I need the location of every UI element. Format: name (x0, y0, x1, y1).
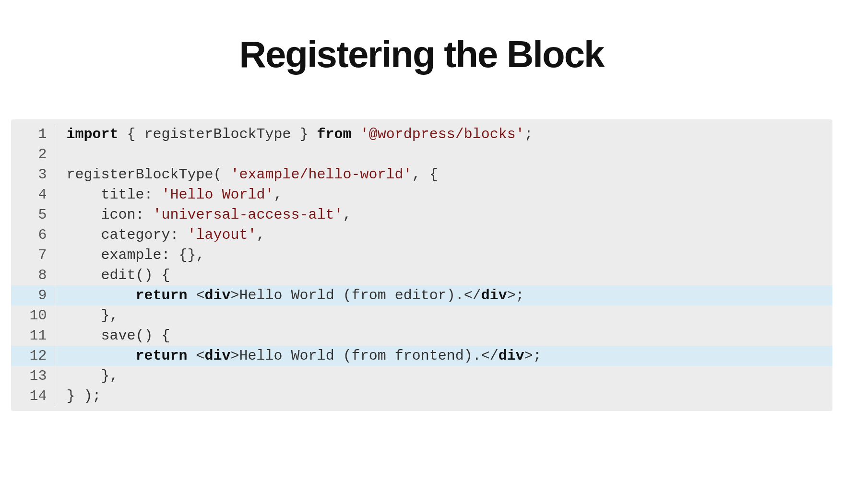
code-content (55, 144, 67, 164)
code-content: return <div>Hello World (from editor).</… (55, 285, 524, 305)
code-content: icon: 'universal-access-alt', (55, 205, 352, 225)
line-number: 3 (11, 164, 55, 185)
code-line: 9 return <div>Hello World (from editor).… (11, 285, 832, 305)
code-token-txt: , { (412, 166, 438, 183)
code-content: example: {}, (55, 245, 205, 265)
code-token-txt: registerBlockType( (67, 166, 231, 183)
code-token-txt (352, 126, 360, 142)
code-token-txt: edit() { (67, 267, 170, 283)
code-token-txt: >; (507, 287, 524, 304)
code-token-txt: icon: (67, 207, 153, 223)
line-number: 12 (11, 346, 55, 366)
line-number: 8 (11, 265, 55, 285)
slide-title: Registering the Block (239, 33, 604, 76)
code-token-txt: { registerBlockType } (119, 126, 317, 142)
code-token-txt: , (257, 227, 265, 243)
code-line: 2 (11, 144, 832, 164)
line-number: 6 (11, 225, 55, 245)
code-token-str: 'universal-access-alt' (153, 207, 343, 223)
line-number: 2 (11, 144, 55, 164)
line-number: 10 (11, 305, 55, 326)
code-token-txt (67, 348, 136, 364)
code-line: 5 icon: 'universal-access-alt', (11, 205, 832, 225)
code-token-txt (67, 287, 136, 304)
code-content: category: 'layout', (55, 225, 265, 245)
code-token-txt: , (274, 187, 283, 203)
slide: Registering the Block 1import { register… (0, 0, 843, 504)
code-line: 3registerBlockType( 'example/hello-world… (11, 164, 832, 185)
code-token-kw: from (317, 126, 352, 142)
line-number: 4 (11, 185, 55, 205)
code-token-str: '@wordpress/blocks' (360, 126, 524, 142)
line-number: 7 (11, 245, 55, 265)
code-token-tag: div (481, 287, 507, 304)
code-token-tag: div (205, 348, 231, 364)
code-token-txt: < (188, 348, 205, 364)
code-token-txt: title: (67, 187, 162, 203)
code-token-txt: }, (67, 307, 119, 324)
code-line: 7 example: {}, (11, 245, 832, 265)
code-token-txt: < (188, 287, 205, 304)
line-number: 11 (11, 326, 55, 346)
line-number: 5 (11, 205, 55, 225)
code-token-txt: >Hello World (from editor).</ (231, 287, 481, 304)
code-token-str: 'layout' (188, 227, 257, 243)
code-line: 4 title: 'Hello World', (11, 185, 832, 205)
code-token-txt: save() { (67, 328, 170, 344)
code-line: 12 return <div>Hello World (from fronten… (11, 346, 832, 366)
code-line: 6 category: 'layout', (11, 225, 832, 245)
code-token-kw: return (136, 348, 188, 364)
code-token-txt: category: (67, 227, 188, 243)
code-line: 1import { registerBlockType } from '@wor… (11, 124, 832, 144)
code-token-tag: div (499, 348, 524, 364)
code-token-tag: div (205, 287, 231, 304)
code-block: 1import { registerBlockType } from '@wor… (11, 119, 832, 411)
code-token-txt: example: {}, (67, 247, 205, 263)
code-content: } ); (55, 386, 101, 406)
code-token-txt: >Hello World (from frontend).</ (231, 348, 499, 364)
code-line: 13 }, (11, 366, 832, 386)
code-content: }, (55, 366, 119, 386)
code-token-txt: } ); (67, 388, 101, 404)
line-number: 1 (11, 124, 55, 144)
line-number: 13 (11, 366, 55, 386)
code-content: title: 'Hello World', (55, 185, 283, 205)
code-content: import { registerBlockType } from '@word… (55, 124, 533, 144)
code-content: }, (55, 305, 119, 326)
code-line: 8 edit() { (11, 265, 832, 285)
line-number: 14 (11, 386, 55, 406)
code-token-txt: , (343, 207, 352, 223)
code-token-str: 'Hello World' (162, 187, 274, 203)
code-line: 11 save() { (11, 326, 832, 346)
code-token-kw: return (136, 287, 188, 304)
code-token-txt: ; (524, 126, 533, 142)
code-token-str: 'example/hello-world' (231, 166, 412, 183)
code-content: edit() { (55, 265, 170, 285)
code-line: 14} ); (11, 386, 832, 406)
code-content: save() { (55, 326, 170, 346)
line-number: 9 (11, 285, 55, 305)
code-content: registerBlockType( 'example/hello-world'… (55, 164, 438, 185)
code-line: 10 }, (11, 305, 832, 326)
code-content: return <div>Hello World (from frontend).… (55, 346, 542, 366)
code-token-txt: >; (524, 348, 542, 364)
code-token-kw: import (67, 126, 119, 142)
code-token-txt: }, (67, 368, 119, 384)
